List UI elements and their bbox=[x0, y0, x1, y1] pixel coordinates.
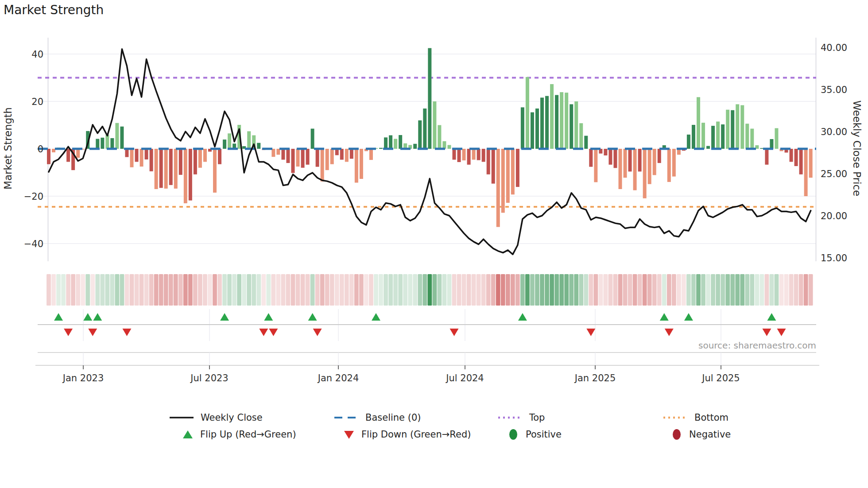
legend-item-flip-down: Flip Down (Green→Red) bbox=[343, 428, 471, 441]
heatmap-cell bbox=[66, 274, 70, 306]
heatmap-cell bbox=[125, 274, 129, 306]
strength-bar bbox=[472, 149, 476, 160]
strength-bar bbox=[326, 149, 329, 170]
strength-bar bbox=[330, 149, 334, 164]
strength-bar bbox=[301, 149, 305, 168]
strength-bar bbox=[521, 107, 524, 149]
heatmap-cell bbox=[511, 274, 515, 306]
strength-bar bbox=[775, 128, 778, 149]
strength-bar bbox=[487, 149, 490, 174]
heatmap-cell bbox=[159, 274, 163, 306]
strength-bar bbox=[687, 135, 690, 149]
strength-bar bbox=[120, 127, 124, 149]
heatmap-cell bbox=[686, 274, 691, 306]
heatmap-cell bbox=[628, 274, 632, 306]
strength-bar bbox=[218, 149, 221, 164]
heatmap-cell bbox=[369, 274, 373, 306]
heatmap-cell bbox=[222, 274, 227, 306]
strength-bar bbox=[740, 105, 744, 149]
heatmap-cell bbox=[169, 274, 173, 306]
heatmap-cell bbox=[340, 274, 344, 306]
right-tick-label: 15.00 bbox=[821, 253, 847, 263]
triangle-up-icon bbox=[182, 429, 194, 440]
strength-bar bbox=[526, 77, 529, 149]
strength-bar bbox=[442, 141, 446, 149]
heatmap-cell bbox=[276, 274, 281, 306]
strength-bar bbox=[794, 149, 798, 166]
strength-bar bbox=[457, 149, 461, 162]
strength-bar bbox=[399, 135, 402, 149]
heatmap-cell bbox=[735, 274, 740, 306]
strength-bar bbox=[194, 149, 197, 174]
heatmap-cell bbox=[310, 274, 315, 306]
strength-bar bbox=[184, 149, 187, 203]
strength-bar bbox=[574, 101, 578, 149]
strength-bar bbox=[369, 149, 373, 160]
heatmap-cell bbox=[667, 274, 671, 306]
strength-bar bbox=[350, 149, 353, 159]
strength-bar bbox=[418, 120, 422, 149]
flip-up-marker bbox=[83, 313, 92, 321]
heatmap-cell bbox=[725, 274, 730, 306]
line-swatch-icon bbox=[169, 412, 194, 423]
heatmap-cell bbox=[638, 274, 642, 306]
flip-down-marker bbox=[665, 329, 674, 336]
heatmap-cell bbox=[330, 274, 334, 306]
strength-bar bbox=[311, 129, 314, 149]
heatmap-cell bbox=[213, 274, 217, 306]
heatmap-cell bbox=[481, 274, 486, 306]
legend-label: Positive bbox=[526, 429, 562, 440]
right-tick-label: 30.00 bbox=[821, 127, 847, 137]
heatmap-cell bbox=[198, 274, 202, 306]
heatmap-cell bbox=[716, 274, 720, 306]
heatmap-cell bbox=[535, 274, 539, 306]
strength-bar bbox=[619, 149, 622, 189]
strength-bar bbox=[101, 138, 104, 149]
strength-bar bbox=[731, 110, 734, 149]
heatmap-cell bbox=[501, 274, 505, 306]
legend-item-bottom: Bottom bbox=[663, 411, 728, 424]
strength-bar bbox=[726, 110, 729, 149]
strength-bar bbox=[223, 139, 226, 149]
heatmap-cell bbox=[408, 274, 412, 306]
heatmap-cell bbox=[90, 274, 95, 306]
heatmap-cell bbox=[457, 274, 461, 306]
heatmap-cell bbox=[237, 274, 241, 306]
strength-bar bbox=[584, 136, 588, 149]
heatmap-cell bbox=[486, 274, 491, 306]
x-tick-label: Jul 2024 bbox=[445, 373, 484, 383]
heatmap-cell bbox=[183, 274, 188, 306]
heatmap-cell bbox=[770, 274, 774, 306]
heatmap-cell bbox=[296, 274, 300, 306]
strength-bar bbox=[496, 149, 500, 227]
strength-bar bbox=[76, 149, 80, 158]
heatmap-cell bbox=[281, 274, 286, 306]
heatmap-cell bbox=[760, 274, 764, 306]
heatmap-cell bbox=[711, 274, 715, 306]
heatmap-cell bbox=[730, 274, 735, 306]
heatmap-cell bbox=[100, 274, 105, 306]
strength-bar bbox=[672, 149, 676, 177]
heatmap-cell bbox=[85, 274, 90, 306]
heatmap-cell bbox=[755, 274, 759, 306]
strength-bar bbox=[540, 97, 544, 149]
heatmap-cell bbox=[418, 274, 422, 306]
heatmap-cell bbox=[364, 274, 368, 306]
x-tick-label: Jul 2023 bbox=[190, 373, 228, 383]
strength-bar bbox=[247, 131, 251, 149]
legend-item-positive: Positive bbox=[507, 428, 562, 441]
heatmap-cell bbox=[315, 274, 320, 306]
legend-label: Negative bbox=[689, 429, 731, 440]
strength-bar bbox=[711, 126, 715, 149]
heatmap-cell bbox=[286, 274, 291, 306]
heatmap-cell bbox=[105, 274, 109, 306]
right-tick-label: 35.00 bbox=[821, 85, 847, 95]
legend-item-top: Top bbox=[497, 411, 545, 424]
strength-bar bbox=[423, 108, 426, 149]
heatmap-cell bbox=[81, 274, 85, 306]
heatmap-cell bbox=[506, 274, 510, 306]
strength-bar bbox=[516, 149, 519, 187]
heatmap-cell bbox=[149, 274, 154, 306]
flip-down-marker bbox=[269, 329, 278, 336]
heatmap-cell bbox=[623, 274, 628, 306]
